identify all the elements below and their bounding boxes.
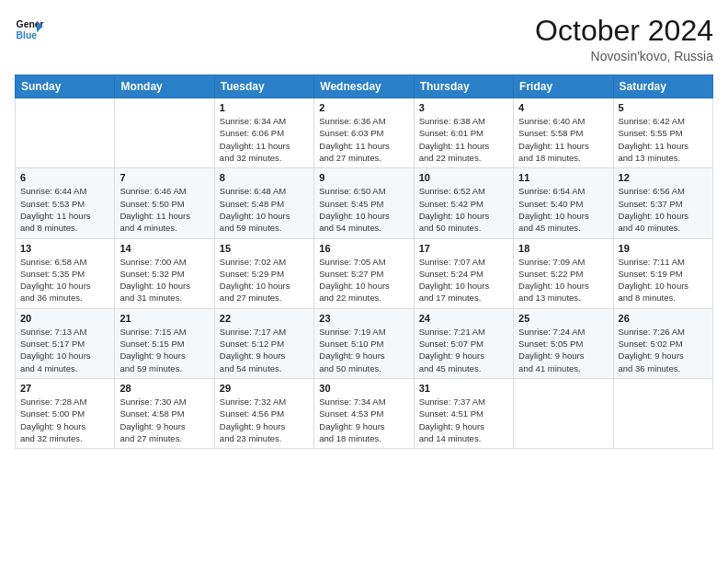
calendar-cell: 15Sunrise: 7:02 AMSunset: 5:29 PMDayligh… (214, 238, 313, 308)
weekday-header-row: SundayMondayTuesdayWednesdayThursdayFrid… (16, 75, 713, 98)
day-info: Sunrise: 7:17 AMSunset: 5:12 PMDaylight:… (220, 326, 309, 374)
day-number: 2 (319, 102, 408, 113)
day-info: Sunrise: 7:15 AMSunset: 5:15 PMDaylight:… (119, 326, 209, 374)
day-number: 24 (419, 313, 508, 324)
calendar-cell (115, 98, 214, 168)
day-number: 26 (619, 313, 708, 324)
day-info: Sunrise: 7:05 AMSunset: 5:27 PMDaylight:… (319, 256, 408, 304)
calendar-week-row: 20Sunrise: 7:13 AMSunset: 5:17 PMDayligh… (16, 308, 713, 378)
calendar-cell: 6Sunrise: 6:44 AMSunset: 5:53 PMDaylight… (16, 168, 115, 238)
weekday-header-thursday: Thursday (414, 75, 513, 98)
day-number: 17 (419, 243, 508, 254)
day-info: Sunrise: 7:37 AMSunset: 4:51 PMDaylight:… (419, 396, 508, 444)
calendar-week-row: 1Sunrise: 6:34 AMSunset: 6:06 PMDaylight… (16, 98, 713, 168)
calendar-cell: 26Sunrise: 7:26 AMSunset: 5:02 PMDayligh… (613, 308, 712, 378)
day-number: 31 (419, 383, 508, 394)
calendar-cell: 7Sunrise: 6:46 AMSunset: 5:50 PMDaylight… (115, 168, 214, 238)
day-number: 7 (119, 172, 209, 183)
page-header: General Blue October 2024 Novosin'kovo, … (15, 15, 713, 63)
title-block: October 2024 Novosin'kovo, Russia (535, 15, 713, 63)
calendar-cell: 3Sunrise: 6:38 AMSunset: 6:01 PMDaylight… (414, 98, 513, 168)
day-number: 29 (220, 383, 309, 394)
weekday-header-saturday: Saturday (613, 75, 712, 98)
calendar-cell: 11Sunrise: 6:54 AMSunset: 5:40 PMDayligh… (514, 168, 613, 238)
calendar-week-row: 27Sunrise: 7:28 AMSunset: 5:00 PMDayligh… (16, 378, 713, 448)
calendar-cell: 17Sunrise: 7:07 AMSunset: 5:24 PMDayligh… (414, 238, 513, 308)
calendar-cell: 27Sunrise: 7:28 AMSunset: 5:00 PMDayligh… (16, 378, 115, 448)
day-info: Sunrise: 6:40 AMSunset: 5:58 PMDaylight:… (518, 115, 608, 164)
calendar-cell: 18Sunrise: 7:09 AMSunset: 5:22 PMDayligh… (514, 238, 613, 308)
calendar-cell (16, 98, 115, 168)
day-number: 11 (518, 172, 608, 183)
calendar-cell: 21Sunrise: 7:15 AMSunset: 5:15 PMDayligh… (115, 308, 214, 378)
calendar-cell: 4Sunrise: 6:40 AMSunset: 5:58 PMDaylight… (514, 98, 613, 168)
calendar-cell: 13Sunrise: 6:58 AMSunset: 5:35 PMDayligh… (16, 238, 115, 308)
calendar-cell: 22Sunrise: 7:17 AMSunset: 5:12 PMDayligh… (214, 308, 313, 378)
day-info: Sunrise: 7:07 AMSunset: 5:24 PMDaylight:… (419, 256, 508, 304)
calendar-cell (514, 378, 613, 448)
calendar-cell (613, 378, 712, 448)
day-info: Sunrise: 7:21 AMSunset: 5:07 PMDaylight:… (419, 326, 508, 374)
day-info: Sunrise: 6:56 AMSunset: 5:37 PMDaylight:… (619, 185, 708, 234)
day-number: 19 (619, 243, 708, 254)
day-info: Sunrise: 6:46 AMSunset: 5:50 PMDaylight:… (119, 185, 209, 234)
day-number: 3 (419, 102, 508, 113)
day-info: Sunrise: 7:34 AMSunset: 4:53 PMDaylight:… (319, 396, 408, 444)
day-info: Sunrise: 6:52 AMSunset: 5:42 PMDaylight:… (419, 185, 508, 234)
day-info: Sunrise: 7:30 AMSunset: 4:58 PMDaylight:… (119, 396, 209, 444)
calendar-cell: 20Sunrise: 7:13 AMSunset: 5:17 PMDayligh… (16, 308, 115, 378)
calendar-cell: 9Sunrise: 6:50 AMSunset: 5:45 PMDaylight… (314, 168, 414, 238)
day-info: Sunrise: 6:36 AMSunset: 6:03 PMDaylight:… (319, 115, 408, 164)
day-info: Sunrise: 6:58 AMSunset: 5:35 PMDaylight:… (20, 256, 109, 304)
calendar-cell: 28Sunrise: 7:30 AMSunset: 4:58 PMDayligh… (115, 378, 214, 448)
calendar-cell: 25Sunrise: 7:24 AMSunset: 5:05 PMDayligh… (514, 308, 613, 378)
day-info: Sunrise: 7:28 AMSunset: 5:00 PMDaylight:… (20, 396, 109, 444)
day-info: Sunrise: 7:32 AMSunset: 4:56 PMDaylight:… (220, 396, 309, 444)
day-number: 4 (518, 102, 608, 113)
day-number: 1 (220, 102, 309, 113)
day-info: Sunrise: 6:34 AMSunset: 6:06 PMDaylight:… (220, 115, 309, 164)
calendar-cell: 31Sunrise: 7:37 AMSunset: 4:51 PMDayligh… (414, 378, 513, 448)
location: Novosin'kovo, Russia (535, 49, 713, 63)
calendar-cell: 5Sunrise: 6:42 AMSunset: 5:55 PMDaylight… (613, 98, 712, 168)
calendar-week-row: 13Sunrise: 6:58 AMSunset: 5:35 PMDayligh… (16, 238, 713, 308)
calendar-cell: 23Sunrise: 7:19 AMSunset: 5:10 PMDayligh… (314, 308, 414, 378)
day-number: 12 (619, 172, 708, 183)
day-number: 25 (518, 313, 608, 324)
day-info: Sunrise: 6:50 AMSunset: 5:45 PMDaylight:… (319, 185, 408, 234)
day-number: 23 (319, 313, 408, 324)
calendar-cell: 16Sunrise: 7:05 AMSunset: 5:27 PMDayligh… (314, 238, 414, 308)
weekday-header-wednesday: Wednesday (314, 75, 414, 98)
weekday-header-sunday: Sunday (16, 75, 115, 98)
day-number: 22 (220, 313, 309, 324)
calendar-cell: 24Sunrise: 7:21 AMSunset: 5:07 PMDayligh… (414, 308, 513, 378)
day-info: Sunrise: 7:19 AMSunset: 5:10 PMDaylight:… (319, 326, 408, 374)
logo: General Blue (15, 15, 44, 44)
day-info: Sunrise: 6:42 AMSunset: 5:55 PMDaylight:… (619, 115, 708, 164)
calendar-cell: 12Sunrise: 6:56 AMSunset: 5:37 PMDayligh… (613, 168, 712, 238)
day-info: Sunrise: 6:48 AMSunset: 5:48 PMDaylight:… (220, 185, 309, 234)
day-info: Sunrise: 7:26 AMSunset: 5:02 PMDaylight:… (619, 326, 708, 374)
day-number: 30 (319, 383, 408, 394)
day-number: 16 (319, 243, 408, 254)
calendar-week-row: 6Sunrise: 6:44 AMSunset: 5:53 PMDaylight… (16, 168, 713, 238)
calendar-cell: 1Sunrise: 6:34 AMSunset: 6:06 PMDaylight… (214, 98, 313, 168)
month-title: October 2024 (535, 15, 713, 47)
weekday-header-friday: Friday (514, 75, 613, 98)
day-number: 6 (20, 172, 109, 183)
svg-text:Blue: Blue (17, 30, 38, 40)
calendar-cell: 14Sunrise: 7:00 AMSunset: 5:32 PMDayligh… (115, 238, 214, 308)
day-number: 8 (220, 172, 309, 183)
day-number: 27 (20, 383, 109, 394)
day-number: 9 (319, 172, 408, 183)
day-number: 15 (220, 243, 309, 254)
day-number: 14 (119, 243, 209, 254)
day-number: 18 (518, 243, 608, 254)
calendar-cell: 2Sunrise: 6:36 AMSunset: 6:03 PMDaylight… (314, 98, 414, 168)
day-number: 13 (20, 243, 109, 254)
calendar-cell: 30Sunrise: 7:34 AMSunset: 4:53 PMDayligh… (314, 378, 414, 448)
calendar-cell: 19Sunrise: 7:11 AMSunset: 5:19 PMDayligh… (613, 238, 712, 308)
calendar-cell: 29Sunrise: 7:32 AMSunset: 4:56 PMDayligh… (214, 378, 313, 448)
logo-icon: General Blue (15, 15, 44, 44)
day-info: Sunrise: 7:11 AMSunset: 5:19 PMDaylight:… (619, 256, 708, 304)
